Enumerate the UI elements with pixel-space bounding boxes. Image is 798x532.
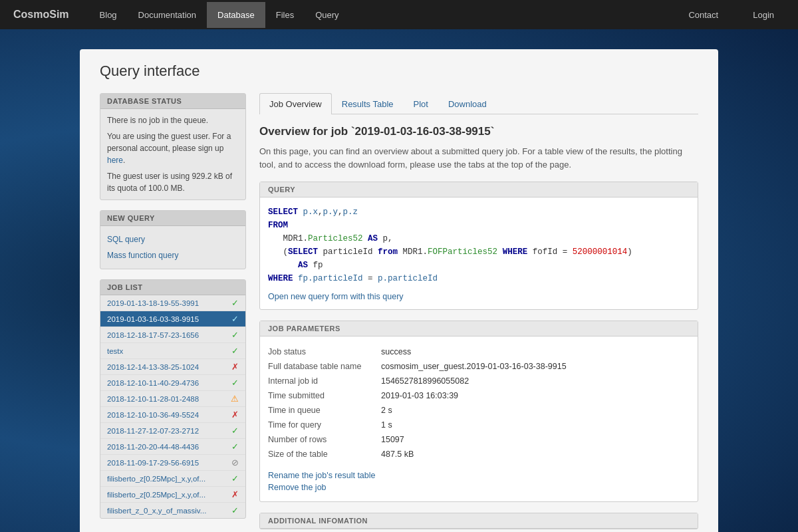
nav-database[interactable]: Database [207, 2, 265, 28]
sql-line-4: (SELECT particleId from MDR1.FOFParticle… [268, 245, 690, 259]
tab-job-overview[interactable]: Job Overview [259, 93, 332, 114]
job-status-icon: ⊘ [231, 458, 239, 467]
nav-contact[interactable]: Contact [678, 2, 729, 28]
job-status-icon: ✗ [231, 489, 239, 499]
sql-line-2: FROM [268, 219, 690, 232]
new-query-sql: SQL query [107, 231, 239, 247]
param-value: 487.5 kB [381, 447, 690, 462]
job-link[interactable]: 2018-12-10-10-36-49-5524 [107, 411, 228, 419]
sql-code: SELECT p.x,p.y,p.z FROM MDR1.Particles52… [268, 205, 690, 285]
job-list-item[interactable]: filisbert_z_0_x,y_of_massiv...✓ [100, 503, 245, 518]
job-status-icon: ✓ [231, 426, 239, 436]
mass-function-link[interactable]: Mass function query [107, 251, 178, 260]
sql-line-5: AS fp [268, 259, 690, 272]
job-link[interactable]: filisberto_z[0.25Mpc]_x,y,of... [107, 491, 228, 499]
job-link[interactable]: 2019-01-03-16-03-38-9915 [107, 315, 228, 323]
signup-link[interactable]: here [107, 156, 123, 165]
remove-link[interactable]: Remove the job [268, 481, 690, 493]
job-list-item[interactable]: 2018-12-10-10-36-49-5524✗ [100, 407, 245, 423]
nav-right: Contact Login [678, 2, 785, 28]
param-key: Full database table name [268, 359, 381, 374]
job-list-item[interactable]: 2019-01-13-18-19-55-3991✓ [100, 295, 245, 311]
job-link[interactable]: 2018-12-10-11-28-01-2488 [107, 395, 227, 403]
job-status-icon: ✓ [231, 346, 239, 356]
job-list-item[interactable]: 2018-12-10-11-28-01-2488⚠ [100, 391, 245, 407]
job-status-icon: ✓ [231, 378, 239, 388]
param-key: Time for query [268, 418, 381, 432]
job-list-item[interactable]: filisberto_z[0.25Mpc]_x,y,of...✗ [100, 487, 245, 503]
job-link[interactable]: filisbert_z_0_x,y_of_massiv... [107, 507, 228, 515]
job-status-icon: ✓ [231, 505, 239, 515]
tab-results-table[interactable]: Results Table [332, 93, 404, 114]
tab-plot[interactable]: Plot [404, 93, 438, 114]
param-value: success [381, 344, 690, 359]
job-status-icon: ✓ [231, 298, 239, 308]
param-value: 1546527818996055082 [381, 374, 690, 388]
layout: DATABASE STATUS There is no job in the q… [100, 93, 698, 532]
query-panel-header: QUERY [260, 182, 698, 198]
overview-title: Overview for job `2019-01-03-16-03-38-99… [259, 125, 698, 138]
job-list-section: JOB LIST 2019-01-13-18-19-55-3991✓2019-0… [100, 279, 246, 519]
job-status-icon: ✓ [231, 473, 239, 483]
new-query-mass: Mass function query [107, 247, 239, 263]
job-link[interactable]: 2018-11-20-20-44-48-4436 [107, 443, 228, 451]
nav-documentation[interactable]: Documentation [128, 2, 207, 28]
db-status-section: DATABASE STATUS There is no job in the q… [100, 93, 246, 200]
sql-query-link[interactable]: SQL query [107, 235, 145, 244]
new-query-title: NEW QUERY [100, 211, 245, 226]
param-key: Time in queue [268, 403, 381, 418]
job-list-item[interactable]: 2018-11-20-20-44-48-4436✓ [100, 439, 245, 455]
job-params-header: JOB PARAMETERS [260, 321, 698, 336]
nav-login[interactable]: Login [742, 2, 785, 28]
job-list-item[interactable]: testx✓ [100, 343, 245, 359]
tab-download[interactable]: Download [438, 93, 497, 114]
job-status-icon: ✗ [231, 410, 239, 420]
nav-query[interactable]: Query [305, 2, 349, 28]
brand-logo: CosmoSim [13, 9, 69, 21]
param-row: Internal job id1546527818996055082 [268, 374, 690, 388]
job-status-icon: ✗ [231, 362, 239, 372]
nav-blog[interactable]: Blog [89, 2, 128, 28]
param-value: 2 s [381, 403, 690, 418]
nav-files[interactable]: Files [265, 2, 305, 28]
open-query-link[interactable]: Open new query form with this query [268, 292, 404, 301]
job-list-item[interactable]: 2018-11-09-17-29-56-6915⊘ [100, 455, 245, 471]
job-list-item[interactable]: 2019-01-03-16-03-38-9915✓ [100, 311, 245, 327]
job-list: 2019-01-13-18-19-55-3991✓2019-01-03-16-0… [100, 295, 245, 518]
query-panel: QUERY SELECT p.x,p.y,p.z FROM MDR1.Parti… [259, 182, 698, 310]
job-list-item[interactable]: filisberto_z[0.25Mpc]_x,y,of...✓ [100, 471, 245, 487]
param-value: 2019-01-03 16:03:39 [381, 388, 690, 403]
param-value: 1 s [381, 418, 690, 432]
sidebar: DATABASE STATUS There is no job in the q… [100, 93, 246, 532]
job-params-panel: JOB PARAMETERS Job statussuccessFull dat… [259, 321, 698, 502]
job-link[interactable]: 2018-11-09-17-29-56-6915 [107, 459, 228, 467]
rename-link[interactable]: Rename the job's result table [268, 469, 690, 481]
job-link[interactable]: 2018-12-14-13-38-25-1024 [107, 363, 228, 371]
param-row: Time submitted2019-01-03 16:03:39 [268, 388, 690, 403]
job-list-item[interactable]: 2018-12-10-11-40-29-4736✓ [100, 375, 245, 391]
page-title: Query interface [100, 63, 698, 80]
job-status-icon: ✓ [231, 442, 239, 452]
param-row: Full database table namecosmosim_user_gu… [268, 359, 690, 374]
param-row: Job statussuccess [268, 344, 690, 359]
job-link[interactable]: filisberto_z[0.25Mpc]_x,y,of... [107, 475, 228, 483]
job-link[interactable]: 2018-12-10-11-40-29-4736 [107, 379, 228, 387]
sql-line-6: WHERE fp.particleId = p.particleId [268, 272, 690, 285]
query-panel-body: SELECT p.x,p.y,p.z FROM MDR1.Particles52… [260, 198, 698, 309]
nav-links: Blog Documentation Database Files Query [89, 2, 678, 28]
param-row: Size of the table487.5 kB [268, 447, 690, 462]
job-link[interactable]: 2019-01-13-18-19-55-3991 [107, 299, 228, 307]
job-list-item[interactable]: 2018-12-14-13-38-25-1024✗ [100, 359, 245, 375]
job-link[interactable]: testx [107, 347, 228, 355]
db-status-line2: You are using the guest user. For a pers… [107, 130, 239, 166]
param-key: Internal job id [268, 374, 381, 388]
job-status-icon: ✓ [231, 330, 239, 340]
job-status-icon: ⚠ [231, 394, 239, 404]
job-link[interactable]: 2018-11-27-12-07-23-2712 [107, 427, 228, 435]
new-query-links: SQL query Mass function query [107, 231, 239, 263]
job-link[interactable]: 2018-12-18-17-57-23-1656 [107, 331, 228, 339]
job-list-item[interactable]: 2018-12-18-17-57-23-1656✓ [100, 327, 245, 343]
action-links: Rename the job's result table Remove the… [268, 469, 690, 493]
param-row: Time for query1 s [268, 418, 690, 432]
job-list-item[interactable]: 2018-11-27-12-07-23-2712✓ [100, 423, 245, 439]
